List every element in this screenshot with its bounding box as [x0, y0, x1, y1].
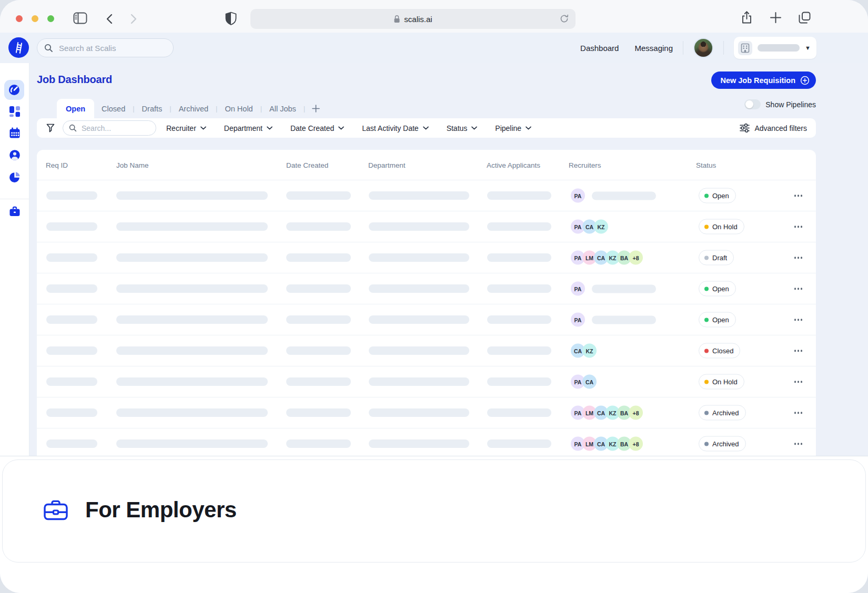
skeleton [286, 315, 351, 324]
row-menu-button[interactable] [792, 379, 805, 385]
row-menu-button[interactable] [792, 441, 805, 447]
table-row[interactable]: PAOpen [37, 304, 816, 335]
recruiter-avatar[interactable]: PA [571, 189, 585, 203]
global-search[interactable] [37, 38, 174, 57]
close-window-button[interactable] [16, 15, 23, 22]
scalis-logo-icon[interactable] [8, 37, 29, 58]
filter-dropdown-last-activity-date[interactable]: Last Activity Date [362, 124, 428, 132]
filter-search[interactable] [63, 120, 156, 136]
tab-archived[interactable]: Archived [171, 105, 216, 113]
recruiter-avatar[interactable]: KZ [594, 220, 608, 234]
url-bar[interactable]: scalis.ai [250, 9, 576, 29]
status-badge: Closed [699, 343, 740, 359]
recruiter-avatar[interactable]: +8 [629, 406, 643, 420]
filter-dropdown-status[interactable]: Status [447, 124, 478, 132]
table-row[interactable]: PAOpen [37, 273, 816, 304]
table-row[interactable]: PACAOn Hold [37, 366, 816, 397]
table-row[interactable]: PALMCAKZBA+8Archived [37, 397, 816, 428]
app-header: Dashboard Messaging ▼ [0, 33, 868, 63]
tab-closed[interactable]: Closed [94, 105, 133, 113]
row-menu-button[interactable] [792, 347, 805, 354]
global-search-input[interactable] [58, 43, 166, 53]
row-menu-button[interactable] [792, 285, 805, 292]
new-tab-icon[interactable] [770, 12, 782, 24]
filter-dropdown-date-created[interactable]: Date Created [290, 124, 344, 132]
filter-dropdown-department[interactable]: Department [224, 124, 272, 132]
show-pipelines-toggle[interactable] [744, 99, 761, 109]
filter-dropdown-pipeline[interactable]: Pipeline [495, 124, 531, 132]
table-row[interactable]: PAOpen [37, 180, 816, 211]
recruiter-avatar[interactable]: PA [571, 282, 585, 296]
briefcase-outline-icon [43, 498, 68, 522]
row-menu-button[interactable] [792, 223, 805, 230]
recruiter-avatar[interactable]: PA [571, 313, 585, 327]
back-icon[interactable] [106, 14, 113, 24]
funnel-icon[interactable] [46, 123, 55, 133]
skeleton [286, 439, 351, 448]
skeleton [758, 44, 800, 52]
company-switcher[interactable]: ▼ [734, 37, 816, 59]
tab-on-hold[interactable]: On Hold [217, 105, 260, 113]
recruiters-cell: PALMCAKZBA+8 [571, 406, 640, 420]
table-row[interactable]: PALMCAKZBA+8Draft [37, 242, 816, 273]
status-badge: Open [699, 281, 736, 296]
row-menu-button[interactable] [792, 254, 805, 261]
skeleton [592, 191, 656, 200]
sidebar-toggle-icon[interactable] [73, 12, 87, 24]
skeleton [487, 284, 551, 293]
sidebar-item-apps[interactable] [9, 106, 21, 119]
column-header-date-created: Date Created [286, 161, 328, 169]
table-row[interactable]: CAKZClosed [37, 335, 816, 366]
add-tab-icon[interactable] [312, 105, 320, 113]
user-icon [9, 149, 21, 161]
zoom-window-button[interactable] [47, 15, 54, 22]
recruiter-avatar[interactable]: +8 [629, 437, 643, 451]
filter-dropdown-recruiter[interactable]: Recruiter [166, 124, 206, 132]
tab-overview-icon[interactable] [798, 11, 811, 24]
skeleton [286, 377, 351, 386]
sliders-icon [740, 124, 750, 132]
page-title: Job Dashboard [37, 74, 112, 86]
recruiter-avatar[interactable]: CA [582, 375, 597, 389]
skeleton [487, 315, 551, 324]
table-header-row: Req IDJob NameDate CreatedDepartmentActi… [37, 150, 816, 180]
recruiter-avatar[interactable]: KZ [582, 344, 597, 358]
filter-bar: RecruiterDepartmentDate CreatedLast Acti… [37, 118, 816, 138]
skeleton [46, 377, 97, 386]
row-menu-button[interactable] [792, 316, 805, 323]
new-job-requisition-button[interactable]: New Job Requisition [711, 71, 816, 89]
reload-icon[interactable] [560, 14, 569, 25]
pie-chart-icon [9, 171, 21, 183]
sidebar-item-jobs[interactable] [9, 206, 21, 219]
status-badge: Open [699, 188, 736, 203]
circle-plus-icon [800, 76, 810, 85]
skeleton [116, 377, 268, 386]
recruiter-avatar[interactable]: +8 [629, 251, 643, 265]
sidebar-item-calendar[interactable] [9, 127, 21, 141]
advanced-filters-button[interactable]: Advanced filters [740, 124, 807, 132]
shield-icon[interactable] [225, 12, 237, 26]
sidebar-item-contacts[interactable] [9, 149, 21, 163]
minimize-window-button[interactable] [32, 15, 38, 22]
row-menu-button[interactable] [792, 192, 805, 199]
column-header-active-applicants: Active Applicants [487, 161, 540, 169]
filter-search-input[interactable] [80, 124, 150, 133]
share-icon[interactable] [740, 11, 753, 24]
table-body: PAOpenPACAKZOn HoldPALMCAKZBA+8DraftPAOp… [37, 180, 816, 456]
chevron-down-icon [200, 126, 206, 130]
forward-icon[interactable] [130, 14, 137, 24]
sidebar-item-reports[interactable] [9, 171, 21, 185]
column-header-req-id: Req ID [46, 161, 68, 169]
table-row[interactable]: PACAKZOn Hold [37, 211, 816, 242]
nav-messaging[interactable]: Messaging [634, 44, 673, 53]
sidebar-item-dashboard[interactable] [4, 80, 24, 100]
skeleton [369, 315, 469, 324]
avatar[interactable] [693, 38, 713, 58]
tab-drafts[interactable]: Drafts [135, 105, 170, 113]
table-row[interactable]: PALMCAKZBA+8Archived [37, 428, 816, 456]
skeleton [286, 191, 351, 200]
nav-dashboard[interactable]: Dashboard [580, 44, 619, 53]
tab-open[interactable]: Open [57, 99, 94, 118]
tab-all-jobs[interactable]: All Jobs [262, 105, 304, 113]
row-menu-button[interactable] [792, 410, 805, 416]
